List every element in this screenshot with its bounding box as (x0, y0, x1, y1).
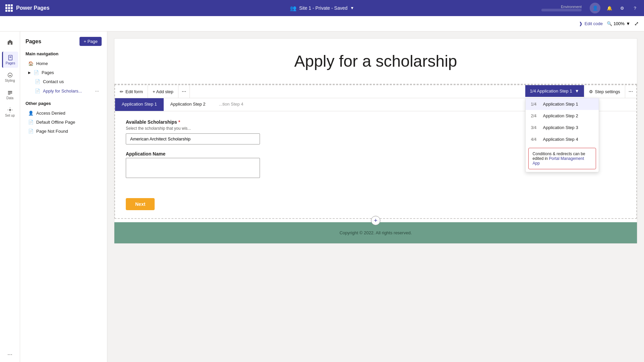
step-dropdown-item-3[interactable]: 3/4 Application Step 3 (526, 122, 599, 133)
main-canvas: Apply for a scholarship ✏ Edit form + Ad… (107, 32, 644, 362)
application-name-input[interactable] (126, 158, 260, 178)
step-1-num: 1/4 (531, 102, 539, 107)
next-button[interactable]: Next (126, 198, 155, 210)
edit-form-icon: ✏ (120, 89, 123, 94)
help-icon[interactable]: ? (631, 4, 639, 12)
step-3-num: 3/4 (531, 125, 539, 130)
step-tab-2-label: Application Step 2 (170, 102, 206, 107)
step-selector-container: 1/4 Application Step 1 ▼ 1/4 Application… (525, 85, 584, 98)
edit-form-label: Edit form (125, 89, 143, 94)
pages-icon: 📄 (34, 70, 39, 75)
site-status-text: Site 1 - Private - Saved (299, 5, 347, 11)
topbar-right: Environment 👤 🔔 ⚙ ? (541, 3, 639, 13)
step-dropdown-menu: 1/4 Application Step 1 2/4 Application S… (525, 98, 599, 172)
step-dropdown-item-1[interactable]: 1/4 Application Step 1 (526, 98, 599, 110)
edit-code-button[interactable]: ❱ Edit code (579, 21, 603, 26)
chevron-icon: ▶ (28, 71, 31, 74)
scholarships-label-text: Available Scholarships (126, 119, 178, 125)
sidebar-pages-item[interactable]: Pages (2, 52, 18, 68)
add-page-button[interactable]: + Page (79, 37, 102, 46)
sidebar-data-label: Data (6, 96, 13, 100)
svg-point-7 (9, 109, 11, 111)
main-layout: Pages Styling Data Set up ··· Pages + Pa… (0, 32, 644, 362)
expand-button[interactable]: ⤢ (634, 20, 639, 27)
step-dropdown-item-2[interactable]: 2/4 Application Step 2 (526, 110, 599, 122)
edit-code-label: Edit code (585, 21, 603, 26)
step-4-num: 4/4 (531, 137, 539, 142)
step-settings-button[interactable]: ⚙ Step settings (584, 85, 625, 98)
sidebar-styling-label: Styling (5, 79, 15, 82)
step-1-label: Application Step 1 (543, 102, 578, 107)
contact-icon: 📄 (35, 79, 40, 84)
step-selector-chevron-icon: ▼ (575, 88, 579, 94)
pages-label: Pages (42, 70, 54, 75)
page-title: Apply for a scholarship (128, 52, 624, 70)
other-pages-title: Other pages (25, 101, 102, 106)
add-step-button[interactable]: + Add step (148, 85, 178, 98)
svg-rect-4 (8, 91, 12, 92)
settings-icon[interactable]: ⚙ (619, 4, 626, 12)
grid-icon[interactable] (5, 4, 13, 12)
step-more-icon[interactable]: ··· (625, 85, 636, 98)
sidebar-more-icon[interactable]: ··· (7, 351, 12, 358)
topbar: Power Pages 👥 Site 1 - Private - Saved ▼… (0, 0, 644, 16)
sidebar-styling-item[interactable]: Styling (2, 69, 18, 85)
step-tab-1[interactable]: Application Step 1 (115, 98, 164, 111)
svg-rect-6 (8, 94, 10, 95)
zoom-icon: 🔍 (607, 21, 612, 26)
svg-rect-5 (8, 93, 12, 94)
sidebar-data-item[interactable]: Data (2, 86, 18, 103)
form-more-icon[interactable]: ··· (178, 85, 190, 98)
apply-label: Apply for Scholars... (43, 88, 82, 94)
contact-label: Contact us (43, 79, 64, 84)
user-icon[interactable]: 👤 (590, 3, 600, 13)
step-selector-button[interactable]: 1/4 Application Step 1 ▼ (525, 85, 584, 97)
other-pages-section: Other pages 👤 Access Denied 📄 Default Of… (25, 101, 102, 136)
notification-icon[interactable]: 🔔 (606, 4, 613, 12)
step-tab-3[interactable]: ...tion Step 4 (212, 98, 250, 111)
app-logo: Power Pages (5, 4, 50, 12)
sidebar-home-icon[interactable] (2, 34, 18, 50)
access-denied-icon: 👤 (28, 111, 34, 116)
toolbar-left: ✏ Edit form + Add step ··· (115, 85, 190, 98)
sidebar-title: Pages (25, 39, 41, 45)
page-footer: Copyright © 2022. All rights reserved. (114, 222, 637, 243)
pages-sidebar: Pages + Page Main navigation 🏠 Home ▶ 📄 … (20, 32, 107, 362)
zoom-chevron-icon: ▼ (626, 21, 630, 26)
environment-name (541, 9, 582, 11)
zoom-control[interactable]: 🔍 100% ▼ (607, 21, 630, 26)
home-icon: 🏠 (28, 61, 34, 66)
add-section-button[interactable]: + (371, 216, 380, 225)
step-tab-2[interactable]: Application Step 2 (164, 98, 212, 111)
step-2-num: 2/4 (531, 114, 539, 118)
sidebar-item-access-denied[interactable]: 👤 Access Denied (25, 109, 102, 118)
sidebar-setup-item[interactable]: Set up (2, 104, 18, 120)
add-step-label: + Add step (153, 89, 173, 94)
step-4-label: Application Step 4 (543, 137, 578, 142)
edit-code-icon: ❱ (579, 21, 583, 26)
sidebar-item-pages[interactable]: ▶ 📄 Pages (25, 68, 102, 77)
page-container: Apply for a scholarship ✏ Edit form + Ad… (114, 38, 637, 244)
not-found-icon: 📄 (28, 129, 34, 134)
sidebar-item-offline[interactable]: 📄 Default Offline Page (25, 118, 102, 127)
apply-icon: 📄 (35, 88, 40, 94)
step-dropdown-item-4[interactable]: 4/4 Application Step 4 (526, 133, 599, 145)
step-selector-label: 1/4 Application Step 1 (530, 88, 572, 94)
not-found-label: Page Not Found (36, 129, 68, 134)
sidebar-item-contact[interactable]: 📄 Contact us (25, 77, 102, 86)
environment-label: Environment (541, 5, 582, 9)
site-status-center: 👥 Site 1 - Private - Saved ▼ (290, 5, 354, 11)
step-3-label: Application Step 3 (543, 125, 578, 130)
step-2-label: Application Step 2 (543, 113, 578, 118)
sidebar-item-home[interactable]: 🏠 Home (25, 59, 102, 68)
home-label: Home (36, 61, 48, 66)
scholarships-input[interactable] (126, 133, 260, 144)
sidebar-item-not-found[interactable]: 📄 Page Not Found (25, 127, 102, 136)
sidebar-setup-label: Set up (5, 114, 15, 117)
apply-more-icon[interactable]: ··· (95, 88, 99, 94)
chevron-down-icon[interactable]: ▼ (350, 6, 354, 10)
access-denied-label: Access Denied (36, 111, 65, 116)
sidebar-item-apply[interactable]: 📄 Apply for Scholars... ··· (25, 86, 102, 96)
edit-form-button[interactable]: ✏ Edit form (115, 85, 148, 98)
offline-label: Default Offline Page (36, 120, 75, 125)
